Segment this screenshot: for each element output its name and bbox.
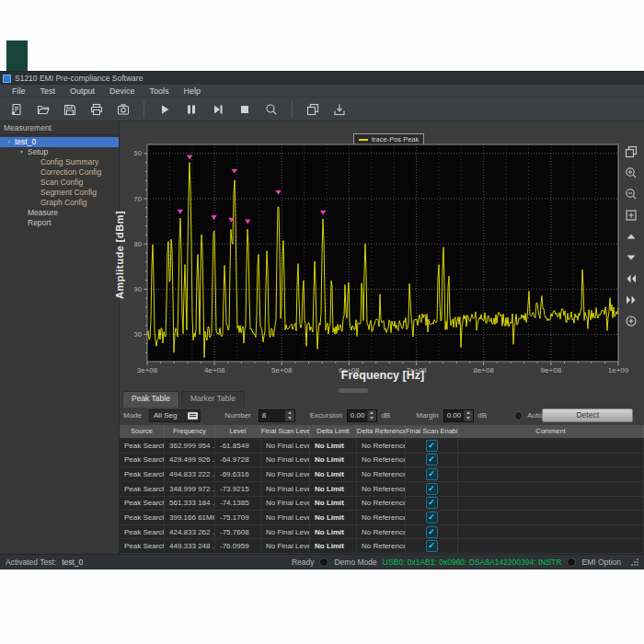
excursion-input[interactable]: 0.00 xyxy=(347,409,378,422)
table-row[interactable]: Peak Search429.499 926 ...-64.9728No Fin… xyxy=(120,454,644,468)
table-row[interactable]: Peak Search424.833 262 ...-75.7608No Fin… xyxy=(120,525,644,540)
print-button[interactable] xyxy=(87,100,106,119)
tree-item-segment-config[interactable]: Segment Config xyxy=(0,188,119,198)
zoom-out-button[interactable] xyxy=(623,186,639,202)
emi-option-label: EMI Option xyxy=(581,558,621,567)
table-row[interactable]: Peak Search449.333 248 ...-76.0959No Fin… xyxy=(120,539,644,554)
duplicate-icon xyxy=(625,145,638,158)
tree-item-label: Segment Config xyxy=(40,188,97,197)
detect-button[interactable]: Detect xyxy=(542,408,633,422)
y-tick-label: -90 xyxy=(134,285,143,293)
cell-final-scan-enable: ✓ xyxy=(406,439,458,453)
mode-dropdown[interactable]: All Seg xyxy=(149,409,201,422)
add-marker-button[interactable] xyxy=(623,313,639,329)
stop-button[interactable] xyxy=(236,100,254,119)
panel-splitter-handle[interactable] xyxy=(339,388,368,393)
menu-tools[interactable]: Tools xyxy=(144,86,176,97)
window-title: S1210 EMI Pre-compliance Software xyxy=(15,74,143,83)
tree-item-measure[interactable]: Measure xyxy=(0,208,119,218)
cell-source: Peak Search xyxy=(120,511,165,524)
save-button[interactable] xyxy=(61,100,79,119)
cell-final-scan-enable: ✓ xyxy=(406,482,458,496)
pause-button[interactable] xyxy=(182,100,201,119)
menu-file[interactable]: File xyxy=(6,86,32,97)
column-header-comment[interactable]: Comment xyxy=(458,425,644,438)
tab-marker-table[interactable]: Marker Table xyxy=(181,391,245,408)
tree-item-correction-config[interactable]: Correction Config xyxy=(0,167,119,178)
excursion-stepper[interactable] xyxy=(367,410,376,421)
column-header-final-scan-enable[interactable]: Final Scan Enable xyxy=(406,425,458,438)
expander-icon[interactable]: ▾ xyxy=(7,137,15,147)
export-button[interactable] xyxy=(330,100,349,119)
cell-delta-limit: No Limit xyxy=(310,525,357,539)
column-header-source[interactable]: Source xyxy=(120,425,165,438)
menu-help[interactable]: Help xyxy=(178,86,208,97)
zoom-in-button[interactable] xyxy=(623,165,639,181)
resume-button[interactable] xyxy=(209,100,227,119)
table-row[interactable]: Peak Search494.833 222 ...-69.6316No Fin… xyxy=(120,467,644,482)
final-scan-enable-checkbox[interactable]: ✓ xyxy=(426,483,438,495)
cell-comment xyxy=(458,482,644,496)
tree-item-label: Measure xyxy=(28,208,58,217)
demo-mode-led xyxy=(319,558,328,567)
open-icon xyxy=(37,103,50,116)
final-scan-enable-checkbox[interactable]: ✓ xyxy=(426,497,438,509)
table-row[interactable]: Peak Search348.999 972 ...-73.9215No Fin… xyxy=(120,482,644,497)
final-scan-enable-checkbox[interactable]: ✓ xyxy=(426,512,438,523)
y-tick-label: -70 xyxy=(134,195,143,203)
menu-output[interactable]: Output xyxy=(63,86,101,97)
new-report-button[interactable] xyxy=(7,100,26,119)
margin-input[interactable]: 0.00 xyxy=(443,409,475,422)
scroll-up-button[interactable] xyxy=(623,228,639,245)
menu-test[interactable]: Test xyxy=(34,86,63,97)
tree-item-scan-config[interactable]: Scan Config xyxy=(0,178,119,188)
tree-item-report[interactable]: Report xyxy=(0,218,119,228)
cell-level: -73.9215 xyxy=(215,482,261,496)
final-scan-enable-checkbox[interactable]: ✓ xyxy=(426,526,438,538)
scroll-right-button[interactable] xyxy=(623,292,639,308)
screenshot-button[interactable] xyxy=(114,100,132,119)
auto-radio[interactable] xyxy=(514,411,523,420)
column-header-level[interactable]: Level xyxy=(215,425,261,438)
copy-button[interactable] xyxy=(304,100,322,119)
cell-final-scan-level: No Final Level xyxy=(261,497,310,511)
tree-item-label: test_0 xyxy=(15,137,36,146)
number-value: 8 xyxy=(259,411,285,420)
cell-frequency: 362.999 954 ... xyxy=(165,439,215,453)
final-scan-enable-checkbox[interactable]: ✓ xyxy=(426,454,438,466)
margin-stepper[interactable] xyxy=(464,410,473,421)
column-header-frequency[interactable]: Frequency xyxy=(165,425,215,438)
final-scan-enable-checkbox[interactable]: ✓ xyxy=(426,440,438,452)
table-row[interactable]: Peak Search362.999 954 ...-61.8549No Fin… xyxy=(120,439,644,454)
final-scan-enable-checkbox[interactable]: ✓ xyxy=(426,468,438,480)
zoom-fit-button[interactable] xyxy=(623,207,639,224)
cell-comment xyxy=(458,439,644,453)
spectrum-chart[interactable]: 3e+084e+085e+086e+087e+088e+089e+081e+09… xyxy=(134,143,635,374)
final-scan-enable-checkbox[interactable]: ✓ xyxy=(426,540,438,552)
resize-grip[interactable] xyxy=(630,558,638,566)
table-row[interactable]: Peak Search399.166 61MHz-75.1709No Final… xyxy=(120,511,644,525)
tree-item-setup[interactable]: ▾Setup xyxy=(0,147,119,157)
open-button[interactable] xyxy=(34,100,52,119)
number-input[interactable]: 8 xyxy=(259,409,295,422)
expander-icon[interactable]: ▾ xyxy=(20,147,28,157)
column-header-final-scan-level[interactable]: Final Scan Level xyxy=(261,425,310,438)
duplicate-button[interactable] xyxy=(623,144,639,160)
tree-item-test-0[interactable]: ▾test_0 xyxy=(0,137,119,147)
search-button[interactable] xyxy=(262,100,281,119)
scroll-down-button[interactable] xyxy=(623,249,639,266)
peak-controls: Mode All Seg Number 8 Excursion 0.00 dB … xyxy=(120,408,644,423)
cell-final-scan-enable: ✓ xyxy=(406,497,458,511)
tab-peak-table[interactable]: Peak Table xyxy=(122,391,179,408)
column-header-delta-limit[interactable]: Delta Limit xyxy=(310,425,357,438)
table-row[interactable]: Peak Search561.333 184 ...-74.1385No Fin… xyxy=(120,497,644,512)
menu-device[interactable]: Device xyxy=(103,86,142,97)
tree-item-graph-config[interactable]: Graph Config xyxy=(0,198,119,208)
run-button[interactable] xyxy=(155,100,174,119)
tree-item-config-summary[interactable]: Config Summary xyxy=(0,157,119,167)
scroll-left-button[interactable] xyxy=(623,270,639,287)
cell-final-scan-level: No Final Level xyxy=(261,482,310,496)
ready-status: Ready xyxy=(292,558,315,567)
number-stepper[interactable] xyxy=(285,410,294,421)
column-header-delta-reference[interactable]: Delta Reference xyxy=(357,425,406,438)
